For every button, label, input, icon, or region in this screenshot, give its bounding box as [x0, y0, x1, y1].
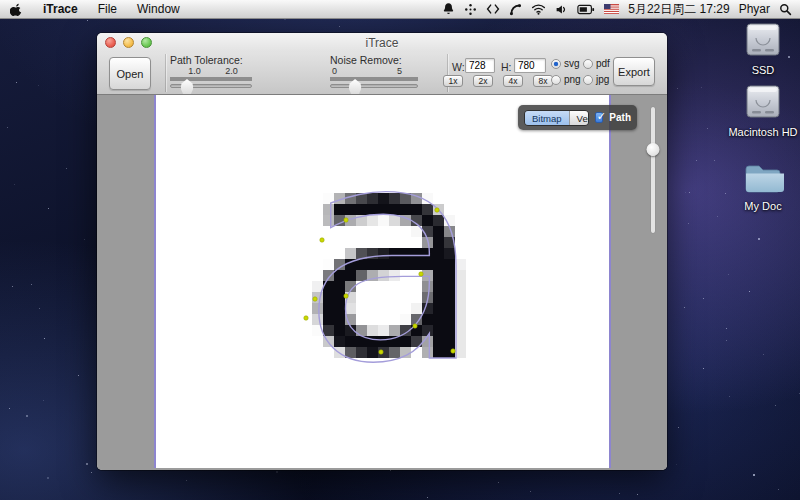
star	[729, 396, 730, 397]
anchor-point[interactable]	[379, 350, 383, 354]
desktop-icon-label: My Doc	[726, 200, 800, 212]
anchor-point[interactable]	[313, 297, 317, 301]
star	[763, 354, 764, 355]
zoom-slider[interactable]	[651, 107, 655, 233]
open-button[interactable]: Open	[109, 57, 151, 90]
star	[685, 192, 686, 193]
anchor-point[interactable]	[419, 272, 423, 276]
anchor-point[interactable]	[344, 218, 348, 222]
noise-remove-max: 5	[397, 66, 402, 76]
format-png-radio[interactable]: png	[551, 74, 582, 85]
apple-menu[interactable]	[0, 0, 33, 19]
desktop-icon-macintosh-hd[interactable]: Macintosh HD	[726, 84, 800, 138]
view-controls-panel: BitmapVector Path	[518, 105, 637, 130]
star	[84, 239, 85, 240]
scale-4x-button[interactable]: 4x	[503, 75, 523, 87]
anchor-point[interactable]	[304, 316, 308, 320]
window-title: iTrace	[366, 36, 399, 50]
star	[703, 368, 704, 369]
bitmap-vector-segmented-control: BitmapVector	[524, 110, 589, 126]
star	[276, 471, 278, 473]
format-jpg-radio[interactable]: jpg	[583, 74, 614, 85]
menu-window[interactable]: Window	[127, 0, 190, 19]
anchor-point[interactable]	[344, 294, 348, 298]
desktop-icon-label: SSD	[726, 64, 800, 76]
folder-icon	[726, 160, 800, 198]
path-checkbox[interactable]	[595, 112, 604, 123]
volume-icon[interactable]	[555, 3, 568, 16]
star	[339, 26, 340, 27]
scale-buttons: 1x2x4x8x	[443, 75, 553, 87]
star	[87, 20, 88, 21]
segment-vector[interactable]: Vector	[569, 111, 589, 125]
path-tolerance-label: Path Tolerance:	[170, 54, 252, 66]
anchor-point[interactable]	[413, 324, 417, 328]
star	[677, 88, 678, 89]
scale-1x-button[interactable]: 1x	[443, 75, 463, 87]
titlebar[interactable]: iTrace	[97, 33, 667, 52]
star	[689, 192, 690, 193]
height-input[interactable]	[514, 58, 546, 73]
star	[619, 493, 620, 494]
menu-bar: iTrace File Window	[0, 0, 800, 19]
battery-icon[interactable]	[577, 4, 595, 15]
path-tolerance-slider[interactable]	[170, 84, 252, 88]
phone-icon[interactable]	[509, 3, 522, 16]
noise-remove-min: 0	[332, 66, 337, 76]
radio-icon	[551, 75, 561, 85]
menubar-username[interactable]: Phyar	[739, 2, 770, 16]
export-button[interactable]: Export	[613, 57, 655, 86]
format-pdf-radio[interactable]: pdf	[583, 58, 614, 69]
noise-remove-slider[interactable]	[330, 84, 418, 88]
scale-2x-button[interactable]: 2x	[473, 75, 493, 87]
star	[66, 168, 67, 169]
minimize-button[interactable]	[123, 37, 134, 48]
star	[678, 427, 679, 428]
star	[778, 489, 779, 490]
notification-icon[interactable]	[442, 2, 455, 16]
desktop: iTrace File Window	[0, 0, 800, 500]
star	[186, 480, 187, 481]
desktop-icon-label: Macintosh HD	[726, 126, 800, 138]
scale-8x-button[interactable]: 8x	[533, 75, 553, 87]
document-area: a BitmapVector Path	[97, 95, 667, 470]
star	[43, 400, 44, 401]
menu-file[interactable]: File	[88, 0, 127, 19]
star	[530, 491, 531, 492]
apple-icon	[10, 2, 23, 17]
anchor-point[interactable]	[435, 208, 439, 212]
keyboard-dots-icon[interactable]	[464, 3, 477, 16]
star	[714, 160, 715, 161]
anchor-point[interactable]	[320, 238, 324, 242]
format-svg-radio[interactable]: svg	[551, 58, 582, 69]
desktop-icon-ssd[interactable]: SSD	[726, 22, 800, 76]
wifi-icon[interactable]	[531, 3, 546, 15]
close-button[interactable]	[105, 37, 116, 48]
zoom-slider-thumb[interactable]	[647, 143, 660, 156]
star	[9, 408, 10, 409]
format-label: jpg	[596, 74, 609, 85]
segment-bitmap[interactable]: Bitmap	[525, 111, 569, 125]
trace-canvas[interactable]: a	[154, 95, 611, 468]
vector-path-overlay: a	[290, 171, 510, 380]
star	[775, 405, 776, 406]
height-label: H:	[501, 61, 512, 73]
noise-remove-label: Noise Remove:	[330, 54, 418, 66]
path-tolerance-thumb[interactable]	[181, 79, 194, 94]
search-icon[interactable]	[779, 3, 792, 16]
desktop-icon-my-doc[interactable]: My Doc	[726, 160, 800, 212]
us-flag-icon[interactable]	[604, 4, 619, 14]
star	[753, 474, 755, 476]
star	[427, 497, 428, 498]
width-input[interactable]	[465, 58, 495, 73]
code-icon[interactable]	[486, 3, 500, 15]
star	[688, 223, 689, 224]
menubar-clock[interactable]: 5月22日周二 17:29	[628, 1, 729, 18]
noise-remove-thumb[interactable]	[349, 79, 362, 94]
star	[86, 463, 88, 465]
zoom-button[interactable]	[141, 37, 152, 48]
anchor-point[interactable]	[451, 349, 455, 353]
star	[14, 184, 15, 185]
app-menu-itrace[interactable]: iTrace	[33, 0, 88, 19]
radio-icon	[583, 59, 593, 69]
